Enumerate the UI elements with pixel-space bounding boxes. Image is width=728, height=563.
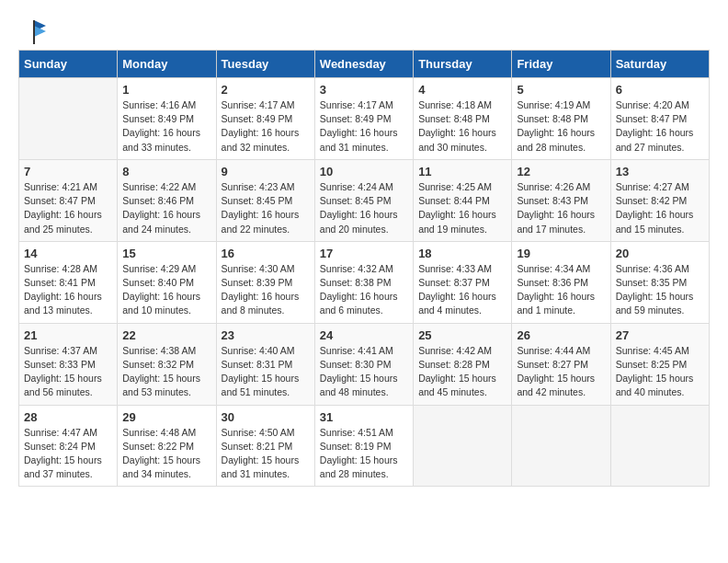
day-number: 28 (24, 410, 112, 424)
day-info: Sunrise: 4:30 AMSunset: 8:39 PMDaylight:… (222, 262, 310, 318)
calendar-cell: 23Sunrise: 4:40 AMSunset: 8:31 PMDayligh… (216, 323, 314, 405)
calendar-cell: 4Sunrise: 4:18 AMSunset: 8:48 PMDaylight… (414, 78, 512, 160)
day-number: 2 (222, 83, 310, 97)
calendar-cell: 15Sunrise: 4:29 AMSunset: 8:40 PMDayligh… (118, 241, 216, 323)
calendar-cell: 13Sunrise: 4:27 AMSunset: 8:42 PMDayligh… (610, 159, 709, 241)
calendar-cell: 21Sunrise: 4:37 AMSunset: 8:33 PMDayligh… (19, 323, 118, 405)
day-number: 11 (418, 165, 506, 178)
day-number: 21 (24, 328, 112, 342)
calendar-cell: 9Sunrise: 4:23 AMSunset: 8:45 PMDaylight… (216, 159, 314, 241)
day-number: 29 (122, 410, 210, 424)
day-info: Sunrise: 4:47 AMSunset: 8:24 PMDaylight:… (24, 426, 112, 482)
calendar-header-thursday: Thursday (414, 51, 512, 78)
day-number: 22 (122, 328, 210, 342)
day-info: Sunrise: 4:42 AMSunset: 8:28 PMDaylight:… (418, 344, 506, 400)
day-info: Sunrise: 4:44 AMSunset: 8:27 PMDaylight:… (517, 344, 605, 400)
calendar-week-row: 1Sunrise: 4:16 AMSunset: 8:49 PMDaylight… (19, 78, 710, 160)
day-number: 30 (222, 410, 310, 424)
day-number: 16 (222, 247, 310, 260)
calendar-cell: 22Sunrise: 4:38 AMSunset: 8:32 PMDayligh… (118, 323, 216, 405)
logo-flag-icon (20, 18, 48, 46)
day-info: Sunrise: 4:38 AMSunset: 8:32 PMDaylight:… (122, 344, 210, 400)
day-number: 19 (517, 247, 605, 260)
day-number: 14 (24, 247, 112, 260)
day-number: 24 (320, 328, 408, 342)
calendar-cell: 3Sunrise: 4:17 AMSunset: 8:49 PMDaylight… (314, 78, 413, 160)
calendar-cell: 11Sunrise: 4:25 AMSunset: 8:44 PMDayligh… (414, 159, 512, 241)
day-info: Sunrise: 4:27 AMSunset: 8:42 PMDaylight:… (616, 180, 704, 236)
day-info: Sunrise: 4:26 AMSunset: 8:43 PMDaylight:… (517, 180, 605, 236)
calendar-header-saturday: Saturday (610, 51, 709, 78)
day-info: Sunrise: 4:16 AMSunset: 8:49 PMDaylight:… (122, 98, 210, 155)
day-info: Sunrise: 4:17 AMSunset: 8:49 PMDaylight:… (222, 98, 310, 155)
day-info: Sunrise: 4:37 AMSunset: 8:33 PMDaylight:… (24, 344, 112, 400)
day-number: 17 (320, 247, 408, 260)
day-info: Sunrise: 4:50 AMSunset: 8:21 PMDaylight:… (222, 426, 310, 482)
day-info: Sunrise: 4:40 AMSunset: 8:31 PMDaylight:… (222, 344, 310, 400)
day-info: Sunrise: 4:45 AMSunset: 8:25 PMDaylight:… (616, 344, 704, 400)
calendar-cell: 12Sunrise: 4:26 AMSunset: 8:43 PMDayligh… (512, 159, 610, 241)
calendar-cell (610, 405, 709, 487)
calendar-cell: 26Sunrise: 4:44 AMSunset: 8:27 PMDayligh… (512, 323, 610, 405)
day-info: Sunrise: 4:19 AMSunset: 8:48 PMDaylight:… (517, 98, 605, 155)
calendar-header-row: SundayMondayTuesdayWednesdayThursdayFrid… (19, 51, 710, 78)
calendar-cell: 20Sunrise: 4:36 AMSunset: 8:35 PMDayligh… (610, 241, 709, 323)
calendar-week-row: 7Sunrise: 4:21 AMSunset: 8:47 PMDaylight… (19, 159, 710, 241)
day-info: Sunrise: 4:21 AMSunset: 8:47 PMDaylight:… (24, 180, 112, 236)
day-info: Sunrise: 4:23 AMSunset: 8:45 PMDaylight:… (222, 180, 310, 236)
calendar-cell: 1Sunrise: 4:16 AMSunset: 8:49 PMDaylight… (118, 78, 216, 160)
day-info: Sunrise: 4:32 AMSunset: 8:38 PMDaylight:… (320, 262, 408, 318)
calendar-cell: 28Sunrise: 4:47 AMSunset: 8:24 PMDayligh… (19, 405, 118, 487)
page-header (18, 18, 710, 40)
calendar-header-sunday: Sunday (19, 51, 118, 78)
day-number: 5 (517, 83, 605, 97)
day-number: 7 (24, 165, 112, 178)
day-number: 25 (418, 328, 506, 342)
day-number: 26 (517, 328, 605, 342)
day-number: 10 (320, 165, 408, 178)
day-info: Sunrise: 4:17 AMSunset: 8:49 PMDaylight:… (320, 98, 408, 155)
day-info: Sunrise: 4:33 AMSunset: 8:37 PMDaylight:… (418, 262, 506, 318)
calendar-cell: 14Sunrise: 4:28 AMSunset: 8:41 PMDayligh… (19, 241, 118, 323)
calendar-week-row: 28Sunrise: 4:47 AMSunset: 8:24 PMDayligh… (19, 405, 710, 487)
day-info: Sunrise: 4:24 AMSunset: 8:45 PMDaylight:… (320, 180, 408, 236)
calendar-cell: 19Sunrise: 4:34 AMSunset: 8:36 PMDayligh… (512, 241, 610, 323)
calendar-cell: 18Sunrise: 4:33 AMSunset: 8:37 PMDayligh… (414, 241, 512, 323)
day-number: 31 (320, 410, 408, 424)
day-info: Sunrise: 4:20 AMSunset: 8:47 PMDaylight:… (616, 98, 704, 155)
day-info: Sunrise: 4:51 AMSunset: 8:19 PMDaylight:… (320, 426, 408, 482)
calendar-header-wednesday: Wednesday (314, 51, 413, 78)
day-number: 1 (122, 83, 210, 97)
day-number: 8 (122, 165, 210, 178)
calendar-header-tuesday: Tuesday (216, 51, 314, 78)
calendar-cell: 24Sunrise: 4:41 AMSunset: 8:30 PMDayligh… (314, 323, 413, 405)
calendar-cell: 25Sunrise: 4:42 AMSunset: 8:28 PMDayligh… (414, 323, 512, 405)
day-info: Sunrise: 4:41 AMSunset: 8:30 PMDaylight:… (320, 344, 408, 400)
calendar-cell (512, 405, 610, 487)
calendar-table: SundayMondayTuesdayWednesdayThursdayFrid… (18, 50, 710, 487)
calendar-cell: 7Sunrise: 4:21 AMSunset: 8:47 PMDaylight… (19, 159, 118, 241)
calendar-cell: 6Sunrise: 4:20 AMSunset: 8:47 PMDaylight… (610, 78, 709, 160)
calendar-cell: 27Sunrise: 4:45 AMSunset: 8:25 PMDayligh… (610, 323, 709, 405)
day-number: 20 (616, 247, 704, 260)
calendar-cell: 29Sunrise: 4:48 AMSunset: 8:22 PMDayligh… (118, 405, 216, 487)
day-info: Sunrise: 4:22 AMSunset: 8:46 PMDaylight:… (122, 180, 210, 236)
day-info: Sunrise: 4:36 AMSunset: 8:35 PMDaylight:… (616, 262, 704, 318)
calendar-cell: 10Sunrise: 4:24 AMSunset: 8:45 PMDayligh… (314, 159, 413, 241)
calendar-header-friday: Friday (512, 51, 610, 78)
day-number: 18 (418, 247, 506, 260)
calendar-week-row: 14Sunrise: 4:28 AMSunset: 8:41 PMDayligh… (19, 241, 710, 323)
day-info: Sunrise: 4:25 AMSunset: 8:44 PMDaylight:… (418, 180, 506, 236)
calendar-header-monday: Monday (118, 51, 216, 78)
calendar-cell: 17Sunrise: 4:32 AMSunset: 8:38 PMDayligh… (314, 241, 413, 323)
calendar-cell: 5Sunrise: 4:19 AMSunset: 8:48 PMDaylight… (512, 78, 610, 160)
calendar-cell (19, 78, 118, 160)
day-number: 9 (222, 165, 310, 178)
day-info: Sunrise: 4:29 AMSunset: 8:40 PMDaylight:… (122, 262, 210, 318)
day-number: 3 (320, 83, 408, 97)
day-number: 12 (517, 165, 605, 178)
day-info: Sunrise: 4:28 AMSunset: 8:41 PMDaylight:… (24, 262, 112, 318)
day-number: 4 (418, 83, 506, 97)
calendar-cell: 2Sunrise: 4:17 AMSunset: 8:49 PMDaylight… (216, 78, 314, 160)
calendar-week-row: 21Sunrise: 4:37 AMSunset: 8:33 PMDayligh… (19, 323, 710, 405)
